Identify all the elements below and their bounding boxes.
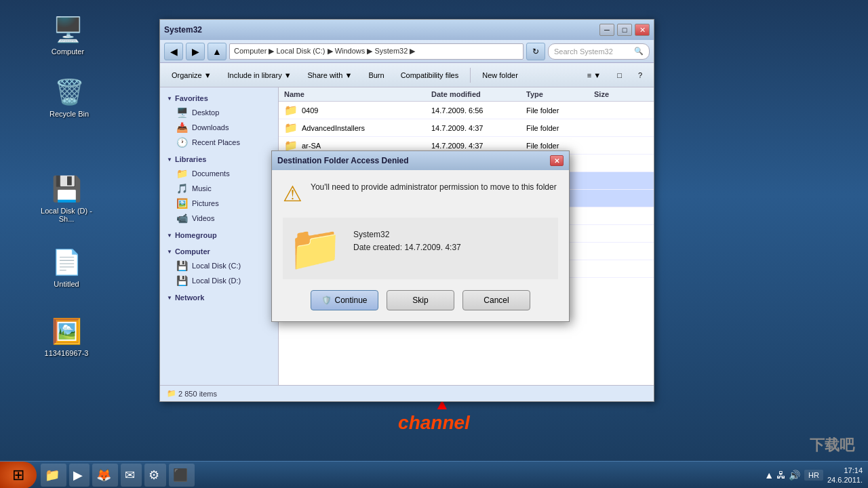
taskbar-email-button[interactable]: ✉ bbox=[121, 464, 142, 487]
close-button[interactable]: ✕ bbox=[635, 24, 650, 36]
sidebar-item-videos[interactable]: 📹 Videos bbox=[160, 211, 278, 226]
desktop-icon-recycle-bin[interactable]: 🗑️ Recycle Bin bbox=[42, 76, 96, 118]
taskbar-explorer-button[interactable]: 📁 bbox=[41, 464, 66, 487]
burn-button[interactable]: Burn bbox=[361, 66, 391, 85]
sidebar-item-music[interactable]: 🎵 Music bbox=[160, 181, 278, 196]
untitled-label: Untitled bbox=[54, 280, 79, 288]
explorer-title: System32 bbox=[164, 25, 202, 35]
table-row[interactable]: 📁AdvancedInstallers 14.7.2009. 4:37 File… bbox=[279, 119, 654, 137]
favorites-header[interactable]: Favorites bbox=[160, 92, 278, 105]
tray-arrow-icon[interactable]: ▲ bbox=[764, 470, 774, 481]
libraries-header[interactable]: Libraries bbox=[160, 152, 278, 166]
continue-icon: 🛡️ bbox=[321, 296, 332, 305]
preview-pane-button[interactable]: □ bbox=[610, 66, 629, 85]
window-controls: ─ □ ✕ bbox=[599, 24, 650, 36]
help-button[interactable]: ? bbox=[631, 66, 650, 85]
taskbar-explorer-icon: 📁 bbox=[45, 468, 60, 483]
status-text: 2 850 items bbox=[178, 390, 217, 398]
search-bar[interactable]: Search System32 🔍 bbox=[548, 43, 650, 60]
taskbar-settings-button[interactable]: ⚙ bbox=[144, 464, 166, 487]
organize-button[interactable]: Organize ▼ bbox=[164, 66, 219, 85]
sidebar-item-pictures[interactable]: 🖼️ Pictures bbox=[160, 196, 278, 211]
folder-name: System32 bbox=[353, 228, 461, 241]
cancel-button[interactable]: Cancel bbox=[462, 290, 530, 310]
desktop-icon-untitled[interactable]: 📄 Untitled bbox=[39, 246, 94, 288]
dialog-text: You'll need to provide administrator per… bbox=[311, 181, 557, 193]
folder-date: Date created: 14.7.2009. 4:37 bbox=[353, 241, 461, 254]
recycle-bin-icon: 🗑️ bbox=[53, 76, 85, 108]
navigation-bar: ◀ ▶ ▲ Computer ▶ Local Disk (C:) ▶ Windo… bbox=[160, 40, 654, 63]
search-placeholder: Search System32 bbox=[554, 47, 613, 56]
folder-large-icon: 📁 bbox=[288, 223, 342, 274]
desktop-icon-local-disk[interactable]: 💾 Local Disk (D) - Sh... bbox=[39, 173, 94, 223]
minimize-button[interactable]: ─ bbox=[599, 24, 614, 36]
col-size[interactable]: Size bbox=[594, 90, 648, 98]
share-with-button[interactable]: Share with ▼ bbox=[300, 66, 360, 85]
photo-icon: 🖼️ bbox=[50, 315, 83, 348]
access-denied-dialog: Destination Folder Access Denied ✕ ⚠ You… bbox=[271, 150, 570, 322]
computer-header[interactable]: Computer bbox=[160, 245, 278, 258]
dialog-title: Destination Folder Access Denied bbox=[277, 156, 409, 165]
start-button[interactable]: ⊞ bbox=[0, 462, 37, 489]
computer-icon: 🖥️ bbox=[52, 14, 84, 46]
sidebar-item-recent[interactable]: 🕐 Recent Places bbox=[160, 135, 278, 150]
homegroup-header[interactable]: Homegroup bbox=[160, 228, 278, 242]
status-bar: 📁 2 850 items bbox=[160, 385, 654, 401]
homegroup-section: Homegroup bbox=[160, 228, 278, 242]
taskbar-settings-icon: ⚙ bbox=[149, 468, 159, 483]
tray-volume-icon[interactable]: 🔊 bbox=[789, 470, 800, 481]
channel-text: channel bbox=[398, 412, 470, 434]
clock-date: 24.6.2011. bbox=[827, 475, 863, 485]
address-bar[interactable]: Computer ▶ Local Disk (C:) ▶ Windows ▶ S… bbox=[229, 43, 524, 60]
sidebar: Favorites 🖥️ Desktop 📥 Downloads 🕐 Recen… bbox=[160, 87, 279, 385]
col-date[interactable]: Date modified bbox=[431, 90, 526, 98]
col-type[interactable]: Type bbox=[526, 90, 594, 98]
sidebar-item-downloads[interactable]: 📥 Downloads bbox=[160, 120, 278, 135]
documents-icon: 📁 bbox=[176, 168, 188, 179]
dialog-close-button[interactable]: ✕ bbox=[550, 155, 564, 166]
compatibility-button[interactable]: Compatibility files bbox=[393, 66, 467, 85]
desktop-icon-photo[interactable]: 🖼️ 113416967-3 bbox=[39, 315, 94, 357]
computer-section: Computer 💾 Local Disk (C:) 💾 Local Disk … bbox=[160, 245, 278, 288]
sidebar-item-documents[interactable]: 📁 Documents bbox=[160, 166, 278, 181]
system-clock: 17:14 24.6.2011. bbox=[827, 466, 863, 485]
sidebar-item-local-c[interactable]: 💾 Local Disk (C:) bbox=[160, 258, 278, 273]
favorites-section: Favorites 🖥️ Desktop 📥 Downloads 🕐 Recen… bbox=[160, 92, 278, 150]
folder-details: System32 Date created: 14.7.2009. 4:37 bbox=[353, 223, 461, 274]
taskbar-email-icon: ✉ bbox=[125, 468, 135, 483]
search-icon: 🔍 bbox=[634, 47, 644, 56]
continue-button[interactable]: 🛡️ Continue bbox=[311, 290, 378, 310]
taskbar-media-icon: ▶ bbox=[73, 468, 83, 483]
skip-button[interactable]: Skip bbox=[387, 290, 454, 310]
back-button[interactable]: ◀ bbox=[164, 43, 183, 60]
toolbar-separator bbox=[470, 68, 471, 83]
taskbar-media-button[interactable]: ▶ bbox=[69, 464, 90, 487]
sidebar-item-local-d[interactable]: 💾 Local Disk (D:) bbox=[160, 273, 278, 288]
up-button[interactable]: ▲ bbox=[208, 43, 226, 60]
pictures-icon: 🖼️ bbox=[176, 198, 188, 209]
recent-sidebar-icon: 🕐 bbox=[176, 137, 188, 148]
include-in-library-button[interactable]: Include in library ▼ bbox=[220, 66, 299, 85]
table-row[interactable]: 📁0409 14.7.2009. 6:56 File folder bbox=[279, 102, 654, 119]
watermark: 下载吧 bbox=[810, 435, 854, 455]
refresh-button[interactable]: ↻ bbox=[526, 43, 545, 60]
language-indicator[interactable]: HR bbox=[804, 470, 823, 481]
view-options-button[interactable]: ≡ ▼ bbox=[580, 66, 608, 85]
explorer-titlebar: System32 ─ □ ✕ bbox=[160, 20, 654, 40]
col-name[interactable]: Name bbox=[284, 90, 431, 98]
maximize-button[interactable]: □ bbox=[617, 24, 632, 36]
dialog-titlebar: Destination Folder Access Denied ✕ bbox=[272, 151, 569, 170]
taskbar-cmd-button[interactable]: ⬛ bbox=[169, 464, 195, 487]
desktop-icon-computer[interactable]: 🖥️ Computer bbox=[41, 14, 95, 56]
network-header[interactable]: Network bbox=[160, 291, 278, 304]
desktop: 🖥️ Computer 🗑️ Recycle Bin 💾 Local Disk … bbox=[0, 0, 868, 488]
sidebar-item-desktop[interactable]: 🖥️ Desktop bbox=[160, 105, 278, 120]
forward-button[interactable]: ▶ bbox=[186, 43, 205, 60]
new-folder-button[interactable]: New folder bbox=[475, 66, 526, 85]
folder-icon-status: 📁 bbox=[167, 389, 176, 398]
file-list-header: Name Date modified Type Size bbox=[279, 87, 654, 102]
tray-network-icon: 🖧 bbox=[776, 470, 786, 481]
videos-icon: 📹 bbox=[176, 213, 188, 224]
taskbar-firefox-button[interactable]: 🦊 bbox=[92, 464, 118, 487]
local-d-icon: 💾 bbox=[176, 275, 188, 286]
